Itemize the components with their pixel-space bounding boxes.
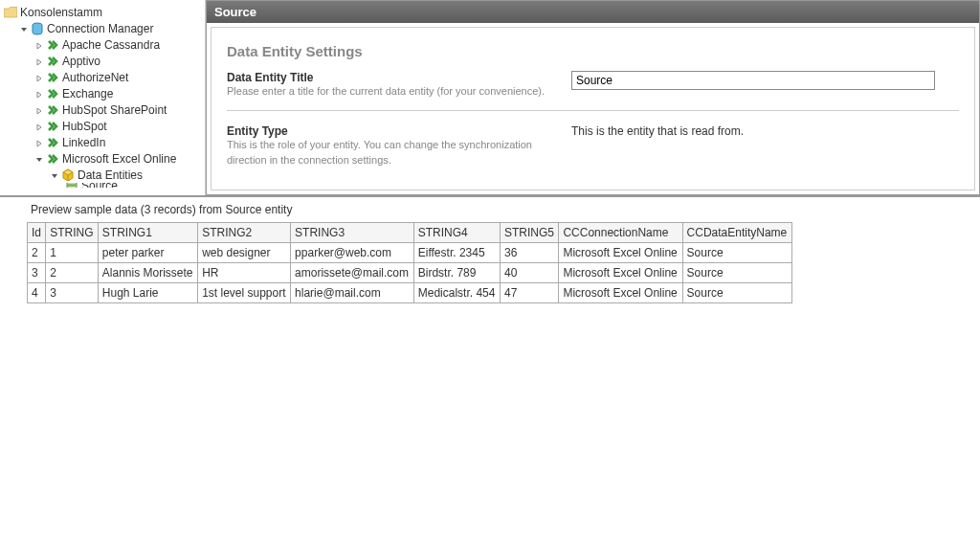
table-cell: HR (198, 263, 291, 283)
tree-connector-item[interactable]: HubSpot (4, 118, 205, 134)
connector-icon (46, 38, 59, 52)
tree-connector-item[interactable]: Apache Cassandra (4, 36, 205, 53)
tree-connector-label: Apache Cassandra (62, 38, 160, 52)
table-cell: 4 (28, 283, 46, 303)
tree-connector-label: AuthorizeNet (62, 71, 128, 84)
table-cell: 2 (28, 243, 46, 263)
table-cell: amorissete@mail.com (291, 263, 414, 283)
table-cell: Medicalstr. 454 (413, 283, 500, 303)
preview-table: IdSTRINGSTRING1STRING2STRING3STRING4STRI… (27, 222, 792, 303)
tree-connector-item[interactable]: Exchange (4, 85, 205, 101)
table-cell: 2 (46, 263, 99, 283)
entity-type-desc: This is the role of your entity. You can… (227, 138, 571, 168)
tree-connector-label: HubSpot SharePoint (62, 103, 167, 117)
chevron-right-icon[interactable] (34, 89, 44, 99)
table-cell: 40 (501, 263, 559, 283)
entity-title-label: Data Entity Title (227, 71, 571, 84)
table-cell: web designer (198, 243, 291, 263)
table-cell: Microsoft Excel Online (559, 283, 682, 303)
chevron-right-icon[interactable] (34, 56, 44, 66)
tree-connector-label: HubSpot (62, 120, 107, 133)
tree-connector-item[interactable]: Microsoft Excel Online (4, 150, 205, 167)
entity-title-input[interactable] (571, 71, 935, 90)
connector-icon (46, 152, 59, 166)
table-cell: Microsoft Excel Online (559, 263, 682, 283)
connector-icon (46, 55, 59, 68)
svg-rect-1 (67, 183, 77, 185)
tree-connector-item[interactable]: HubSpot SharePoint (4, 101, 205, 118)
tree-conn-mgr[interactable]: Connection Manager (4, 20, 205, 36)
table-cell: 1st level support (198, 283, 291, 303)
tree-root[interactable]: Konsolenstamm (4, 4, 205, 20)
table-header-cell[interactable]: STRING1 (98, 223, 197, 243)
table-row[interactable]: 43Hugh Larie1st level supporthlarie@mail… (28, 283, 792, 303)
db-icon (31, 22, 44, 35)
entity-type-value: This is the entity that is read from. (571, 124, 959, 138)
svg-rect-2 (67, 186, 77, 189)
tree-source-item[interactable]: Source (4, 183, 205, 188)
chevron-right-icon[interactable] (34, 122, 44, 131)
tree-connector-label: Apptivo (62, 55, 100, 68)
chevron-right-icon[interactable] (34, 73, 44, 82)
table-cell: 3 (28, 263, 46, 283)
entity-title-desc: Please enter a title for the current dat… (227, 84, 571, 99)
table-row[interactable]: 32Alannis MorisseteHRamorissete@mail.com… (28, 263, 792, 283)
preview-header: Preview sample data (3 records) from Sou… (0, 197, 980, 222)
connector-icon (46, 103, 59, 117)
content-header: Source (207, 1, 979, 23)
cube-icon (61, 168, 75, 182)
table-cell: peter parker (98, 243, 197, 263)
chevron-right-icon[interactable] (34, 105, 44, 115)
tree-root-label: Konsolenstamm (20, 6, 102, 19)
table-cell: 1 (46, 243, 99, 263)
table-cell: Birdstr. 789 (413, 263, 500, 283)
tree-panel: Konsolenstamm Connection Manager Apache … (0, 0, 206, 195)
chevron-down-icon[interactable] (19, 24, 29, 34)
table-header-cell[interactable]: CCDataEntityName (682, 223, 791, 243)
table-header-cell[interactable]: CCConnectionName (559, 223, 682, 243)
table-cell: Alannis Morissete (98, 263, 197, 283)
table-header-cell[interactable]: STRING5 (501, 223, 559, 243)
table-row[interactable]: 21peter parkerweb designerpparker@web.co… (28, 243, 792, 263)
table-cell: 36 (501, 243, 559, 263)
preview-section: Preview sample data (3 records) from Sou… (0, 196, 980, 537)
tree-connector-item[interactable]: Apptivo (4, 53, 205, 69)
tree-data-entities[interactable]: Data Entities (4, 167, 205, 183)
table-header-cell[interactable]: Id (28, 223, 46, 243)
table-cell: pparker@web.com (291, 243, 414, 263)
content-panel: Source Data Entity Settings Data Entity … (206, 0, 980, 195)
connector-icon (46, 71, 59, 84)
chevron-right-icon[interactable] (34, 40, 44, 50)
table-header-cell[interactable]: STRING4 (413, 223, 500, 243)
chevron-right-icon[interactable] (34, 138, 44, 147)
folder-icon (4, 6, 17, 19)
table-cell: 47 (501, 283, 559, 303)
table-header-cell[interactable]: STRING3 (291, 223, 414, 243)
entity-icon (65, 183, 78, 188)
connector-icon (46, 120, 59, 133)
tree-connector-label: Microsoft Excel Online (62, 152, 176, 166)
table-cell: Source (682, 263, 791, 283)
table-cell: Hugh Larie (98, 283, 197, 303)
tree-data-entities-label: Data Entities (78, 168, 143, 182)
tree-connector-item[interactable]: AuthorizeNet (4, 69, 205, 85)
chevron-down-icon[interactable] (50, 170, 59, 180)
table-cell: hlarie@mail.com (291, 283, 414, 303)
chevron-down-icon[interactable] (34, 154, 44, 164)
table-cell: Source (682, 283, 791, 303)
table-cell: Microsoft Excel Online (559, 243, 682, 263)
table-cell: Source (682, 243, 791, 263)
tree-connector-label: LinkedIn (62, 136, 105, 149)
table-header-cell[interactable]: STRING2 (198, 223, 291, 243)
entity-type-label: Entity Type (227, 124, 571, 138)
connector-icon (46, 87, 59, 101)
connector-icon (46, 136, 59, 149)
tree-connector-item[interactable]: LinkedIn (4, 134, 205, 150)
section-title: Data Entity Settings (227, 43, 959, 59)
tree-connector-label: Exchange (62, 87, 113, 101)
table-cell: Eiffestr. 2345 (413, 243, 500, 263)
tree-conn-mgr-label: Connection Manager (47, 22, 153, 35)
table-cell: 3 (46, 283, 99, 303)
tree-source-label: Source (81, 183, 118, 188)
table-header-cell[interactable]: STRING (46, 223, 99, 243)
